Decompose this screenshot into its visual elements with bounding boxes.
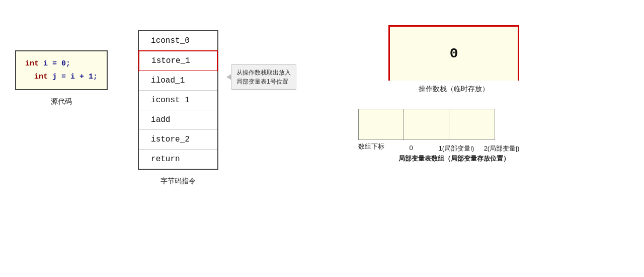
local-var-index-2: 2(局部变量j) xyxy=(479,144,524,153)
local-var-index-1: 1(局部变量i) xyxy=(434,144,479,153)
local-var-cell-0 xyxy=(359,109,404,140)
local-var-indices: 0 1(局部变量i) 2(局部变量j) xyxy=(388,144,524,153)
source-code-label: 源代码 xyxy=(51,97,72,106)
keyword-int-1: int xyxy=(25,59,39,68)
bytecode-istore1: istore_1 xyxy=(138,50,218,72)
bytecode-box: iconst_0 istore_1 iload_1 iconst_1 iadd … xyxy=(138,30,218,170)
code-box: int i = 0; int j = i + 1; xyxy=(15,50,108,90)
main-container: int i = 0; int j = i + 1; 源代码 iconst_0 i… xyxy=(0,0,644,277)
local-var-main-label: 局部变量表数组（局部变量存放位置） xyxy=(398,155,510,162)
bytecode-iconst1: iconst_1 xyxy=(139,91,217,110)
bytecode-annotation: 从操作数栈取出放入 局部变量表1号位置 xyxy=(231,64,296,90)
bytecode-istore2: istore_2 xyxy=(139,130,217,150)
source-code-section: int i = 0; int j = i + 1; 源代码 xyxy=(15,50,108,106)
bytecode-iadd: iadd xyxy=(139,110,217,130)
local-var-cell-2 xyxy=(449,109,495,140)
local-var-cell-1 xyxy=(404,109,449,140)
local-var-section: 数组下标 0 1(局部变量i) 2(局部变量j) 局部变量表数组（局部变量存放位… xyxy=(279,109,629,163)
annotation-line2: 局部变量表1号位置 xyxy=(236,78,288,85)
bytecode-iconst0: iconst_0 xyxy=(139,31,217,51)
operand-stack-section: 0 操作数栈（临时存放） xyxy=(279,25,629,94)
operand-stack-box: 0 xyxy=(388,25,519,81)
operand-stack-value: 0 xyxy=(450,46,458,61)
array-index-label: 数组下标 xyxy=(358,142,384,151)
keyword-int-2: int xyxy=(34,73,48,81)
bytecode-section: iconst_0 istore_1 iload_1 iconst_1 iadd … xyxy=(138,30,218,186)
right-section: 0 操作数栈（临时存放） 数组下标 0 1(局部变量i) 2(局部变量j) xyxy=(279,25,629,163)
bytecode-iload1: iload_1 xyxy=(139,71,217,91)
local-var-index-0: 0 xyxy=(388,144,434,153)
operand-stack-label: 操作数栈（临时存放） xyxy=(419,85,489,94)
bytecode-label: 字节码指令 xyxy=(160,177,196,186)
code-line-1: int i = 0; xyxy=(25,57,98,71)
code-line-2: int j = i + 1; xyxy=(25,71,98,84)
bytecode-return: return xyxy=(139,150,217,169)
annotation-line1: 从操作数栈取出放入 xyxy=(236,69,291,76)
local-var-table xyxy=(358,109,495,140)
